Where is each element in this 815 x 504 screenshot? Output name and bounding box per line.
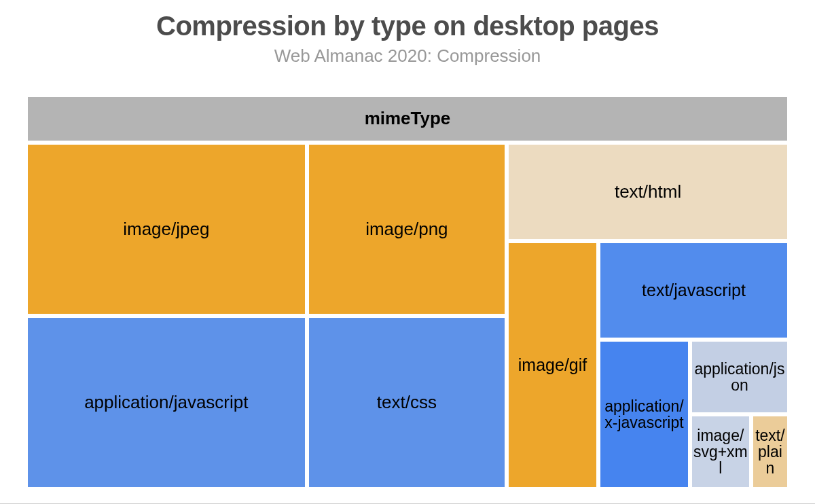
treemap-cell-image-svg-xml: image/svg+xml (690, 414, 751, 489)
treemap-cell-text-plain: text/plain (751, 414, 789, 489)
treemap-cell-text-css: text/css (307, 316, 507, 489)
cell-label: text/css (376, 391, 438, 414)
cell-label: application/javascript (83, 391, 249, 414)
cell-label: text/html (613, 180, 683, 204)
cell-label: image/gif (517, 354, 588, 376)
treemap-cell-application-json: application/json (690, 340, 789, 414)
chart-container: Compression by type on desktop pages Web… (0, 0, 815, 504)
cell-label: text/javascript (640, 279, 747, 302)
treemap-cell-image-png: image/png (307, 143, 507, 316)
cell-label: image/svg+xml (692, 426, 749, 478)
treemap-cell-image-jpeg: image/jpeg (26, 143, 307, 316)
treemap-cell-text-html: text/html (507, 143, 789, 241)
chart-subtitle: Web Almanac 2020: Compression (0, 46, 815, 67)
cell-label: application/x-javascript (600, 397, 688, 432)
treemap-cell-application-x-javascript: application/x-javascript (598, 340, 690, 489)
cell-label: text/plain (753, 426, 787, 478)
cell-label: application/json (692, 359, 787, 395)
treemap-header: mimeType (26, 95, 789, 143)
cell-label: image/png (364, 217, 449, 241)
cell-label: image/jpeg (122, 217, 211, 241)
chart-title: Compression by type on desktop pages (0, 0, 815, 41)
treemap: mimeType image/jpeg image/png applicatio… (26, 95, 789, 489)
treemap-cell-application-javascript: application/javascript (26, 316, 307, 489)
treemap-header-label: mimeType (363, 107, 452, 130)
treemap-cell-image-gif: image/gif (507, 241, 598, 489)
treemap-cell-text-javascript: text/javascript (598, 241, 789, 340)
